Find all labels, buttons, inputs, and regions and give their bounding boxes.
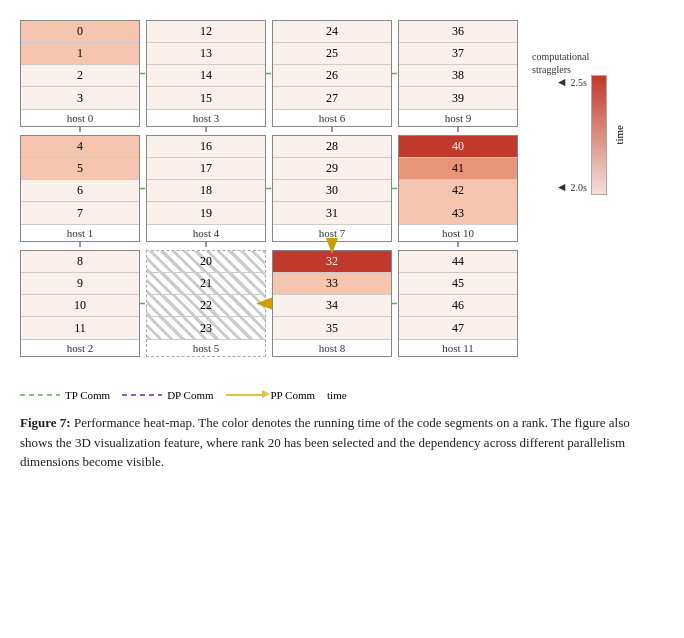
grid-container: 0123host 012131415host 324252627host 636… — [20, 20, 518, 357]
host-box-host-7: 28293031host 7 — [272, 135, 392, 242]
dp-comm-line — [122, 394, 162, 396]
host-box-host-4: 16171819host 4 — [146, 135, 266, 242]
rank-25: 25 — [273, 43, 391, 65]
rank-7: 7 — [21, 202, 139, 224]
rank-26: 26 — [273, 65, 391, 87]
rank-23: 23 — [147, 317, 265, 339]
legend: TP Comm DP Comm PP Comm time — [10, 389, 674, 401]
rank-30: 30 — [273, 180, 391, 202]
rank-44: 44 — [399, 251, 517, 273]
host-label-host-0: host 0 — [21, 109, 139, 126]
colorbar-tick-arrow-bottom: ◄ — [556, 180, 568, 195]
colorbar-tick-arrow-top: ◄ — [556, 75, 568, 90]
host-label-host-7: host 7 — [273, 224, 391, 241]
colorbar-top-label: 2.5s — [571, 77, 587, 88]
rank-38: 38 — [399, 65, 517, 87]
rank-45: 45 — [399, 273, 517, 295]
rank-33: 33 — [273, 273, 391, 295]
host-box-host-5: 20212223host 5 — [146, 250, 266, 357]
host-box-host-6: 24252627host 6 — [272, 20, 392, 127]
legend-dp: DP Comm — [122, 389, 213, 401]
rank-39: 39 — [399, 87, 517, 109]
colorbar-tick-bottom: ◄ 2.0s — [556, 180, 587, 195]
pp-comm-label: PP Comm — [271, 389, 316, 401]
host-label-host-11: host 11 — [399, 339, 517, 356]
rank-4: 4 — [21, 136, 139, 158]
rank-42: 42 — [399, 180, 517, 202]
main-container: 0123host 012131415host 324252627host 636… — [10, 10, 674, 476]
rank-34: 34 — [273, 295, 391, 317]
rank-16: 16 — [147, 136, 265, 158]
dp-comm-label: DP Comm — [167, 389, 213, 401]
host-box-host-11: 44454647host 11 — [398, 250, 518, 357]
rank-28: 28 — [273, 136, 391, 158]
colorbar-tick-top: ◄ 2.5s — [556, 75, 587, 90]
rank-41: 41 — [399, 158, 517, 180]
host-label-host-8: host 8 — [273, 339, 391, 356]
rank-13: 13 — [147, 43, 265, 65]
colorbar-bottom-label: 2.0s — [571, 182, 587, 193]
legend-time: time — [327, 389, 347, 401]
caption: Figure 7: Performance heat-map. The colo… — [10, 409, 674, 476]
host-box-host-8: 32333435host 8 — [272, 250, 392, 357]
pp-comm-line — [226, 394, 266, 396]
time-label: time — [327, 389, 347, 401]
host-label-host-10: host 10 — [399, 224, 517, 241]
rank-15: 15 — [147, 87, 265, 109]
rank-32: 32 — [273, 251, 391, 273]
host-box-host-1: 4567host 1 — [20, 135, 140, 242]
host-box-host-3: 12131415host 3 — [146, 20, 266, 127]
figure-num: Figure 7: — [20, 415, 71, 430]
rank-5: 5 — [21, 158, 139, 180]
colorbar-gradient — [591, 75, 607, 195]
right-panel: computational stragglers ◄ 2.5s ◄ 2.0s t — [530, 20, 630, 365]
host-box-host-10: 40414243host 10 — [398, 135, 518, 242]
rank-46: 46 — [399, 295, 517, 317]
grid-row-0: 0123host 012131415host 324252627host 636… — [20, 20, 518, 127]
stragglers-line1: computational — [532, 50, 589, 63]
host-label-host-1: host 1 — [21, 224, 139, 241]
rank-36: 36 — [399, 21, 517, 43]
legend-tp: TP Comm — [20, 389, 110, 401]
colorbar-labels: ◄ 2.5s ◄ 2.0s — [556, 75, 587, 195]
rank-11: 11 — [21, 317, 139, 339]
rank-19: 19 — [147, 202, 265, 224]
rank-6: 6 — [21, 180, 139, 202]
diagram-area: 0123host 012131415host 324252627host 636… — [10, 10, 674, 375]
rank-18: 18 — [147, 180, 265, 202]
rank-17: 17 — [147, 158, 265, 180]
rank-20: 20 — [147, 251, 265, 273]
grid-row-1: 4567host 116171819host 428293031host 740… — [20, 135, 518, 242]
tp-comm-label: TP Comm — [65, 389, 110, 401]
host-label-host-6: host 6 — [273, 109, 391, 126]
rank-1: 1 — [21, 43, 139, 65]
rank-8: 8 — [21, 251, 139, 273]
colorbar-container: ◄ 2.5s ◄ 2.0s time — [556, 75, 625, 195]
grid-row-2: 891011host 220212223host 532333435host 8… — [20, 250, 518, 357]
rank-10: 10 — [21, 295, 139, 317]
rank-35: 35 — [273, 317, 391, 339]
rank-31: 31 — [273, 202, 391, 224]
rank-43: 43 — [399, 202, 517, 224]
rank-2: 2 — [21, 65, 139, 87]
caption-text: Performance heat-map. The color denotes … — [20, 415, 630, 469]
stragglers-annotation: computational stragglers — [532, 50, 589, 76]
host-label-host-2: host 2 — [21, 339, 139, 356]
rank-12: 12 — [147, 21, 265, 43]
rank-29: 29 — [273, 158, 391, 180]
colorbar-time-label: time — [613, 125, 625, 145]
rank-3: 3 — [21, 87, 139, 109]
diagram-wrapper: 0123host 012131415host 324252627host 636… — [20, 20, 518, 365]
rank-24: 24 — [273, 21, 391, 43]
tp-comm-line — [20, 394, 60, 396]
rank-37: 37 — [399, 43, 517, 65]
rank-22: 22 — [147, 295, 265, 317]
host-label-host-5: host 5 — [147, 339, 265, 356]
host-box-host-2: 891011host 2 — [20, 250, 140, 357]
host-box-host-0: 0123host 0 — [20, 20, 140, 127]
host-label-host-4: host 4 — [147, 224, 265, 241]
host-label-host-3: host 3 — [147, 109, 265, 126]
legend-pp: PP Comm — [226, 389, 316, 401]
rank-21: 21 — [147, 273, 265, 295]
rank-9: 9 — [21, 273, 139, 295]
